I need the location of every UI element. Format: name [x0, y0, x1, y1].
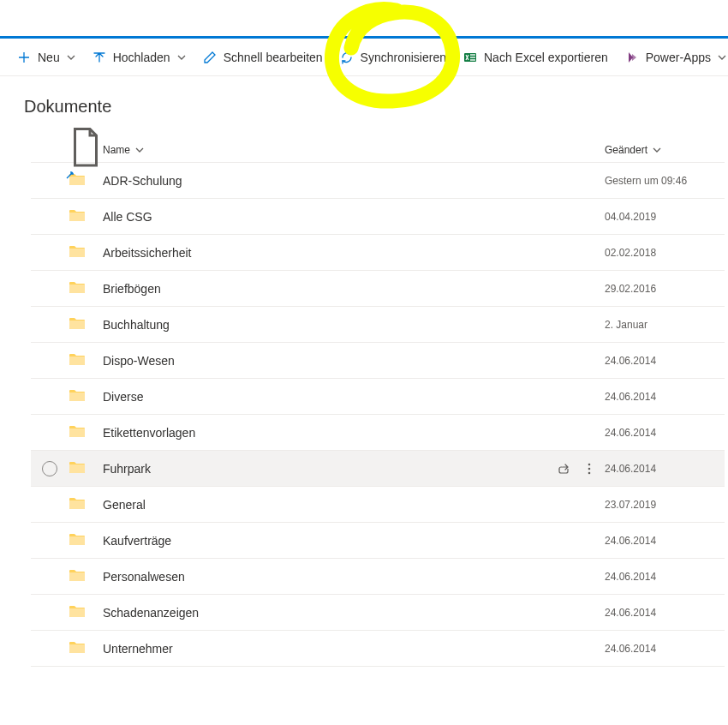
- modified-date: 24.06.2014: [605, 535, 725, 547]
- sync-button[interactable]: Synchronisieren: [333, 45, 453, 69]
- svg-rect-3: [470, 59, 475, 61]
- sync-label: Synchronisieren: [361, 51, 446, 64]
- folder-name[interactable]: Fuhrpark: [103, 462, 553, 476]
- modified-column-header[interactable]: Geändert: [605, 144, 725, 156]
- list-header-row: Name Geändert: [31, 127, 725, 163]
- folder-icon: [69, 535, 86, 548]
- folder-icon: [69, 463, 86, 476]
- chevron-down-icon: [718, 53, 726, 62]
- quick-edit-label: Schnell bearbeiten: [224, 51, 323, 64]
- modified-date: Gestern um 09:46: [605, 175, 725, 187]
- folder-icon: [69, 607, 86, 620]
- modified-date: 02.02.2018: [605, 247, 725, 259]
- chevron-down-icon: [135, 146, 144, 154]
- modified-date: 2. Januar: [605, 319, 725, 331]
- list-row[interactable]: Kaufverträge 24.06.2014: [31, 523, 725, 559]
- folder-icon: [69, 175, 86, 189]
- export-excel-label: Nach Excel exportieren: [484, 51, 608, 64]
- folder-icon: [69, 211, 86, 225]
- modified-date: 24.06.2014: [605, 643, 725, 655]
- list-row[interactable]: Briefbögen 29.02.2016: [31, 271, 725, 307]
- list-row[interactable]: Etikettenvorlagen 24.06.2014: [31, 415, 725, 451]
- folder-icon: [69, 391, 86, 404]
- folder-name[interactable]: Kaufverträge: [103, 534, 553, 548]
- svg-rect-2: [470, 57, 475, 58]
- folder-icon: [69, 355, 86, 368]
- folder-icon: [69, 247, 86, 261]
- folder-name[interactable]: Alle CSG: [103, 210, 553, 224]
- modified-date: 29.02.2016: [605, 283, 725, 295]
- upload-icon: [92, 51, 106, 64]
- new-label: Neu: [38, 51, 60, 64]
- modified-date: 24.06.2014: [605, 463, 725, 475]
- list-row[interactable]: Personalwesen 24.06.2014: [31, 559, 725, 595]
- folder-name[interactable]: Arbeitssicherheit: [103, 246, 553, 260]
- modified-date: 24.06.2014: [605, 427, 725, 439]
- chevron-down-icon: [653, 146, 661, 154]
- modified-date: 23.07.2019: [605, 499, 725, 511]
- chevron-down-icon: [67, 53, 75, 62]
- folder-name[interactable]: Dispo-Wesen: [103, 354, 553, 368]
- folder-name[interactable]: General: [103, 498, 553, 512]
- list-row[interactable]: Diverse 24.06.2014: [31, 379, 725, 415]
- svg-rect-1: [470, 54, 475, 56]
- export-excel-button[interactable]: Nach Excel exportieren: [456, 45, 615, 69]
- list-row[interactable]: Schadenanzeigen 24.06.2014: [31, 595, 725, 631]
- list-row[interactable]: Alle CSG 04.04.2019: [31, 199, 725, 235]
- share-icon[interactable]: [557, 462, 570, 476]
- power-apps-label: Power-Apps: [646, 51, 711, 64]
- sync-icon: [340, 51, 354, 64]
- more-icon[interactable]: [582, 462, 596, 476]
- list-row[interactable]: Arbeitssicherheit 02.02.2018: [31, 235, 725, 271]
- modified-date: 24.06.2014: [605, 391, 725, 403]
- modified-date: 04.04.2019: [605, 211, 725, 223]
- folder-name[interactable]: Briefbögen: [103, 282, 553, 296]
- folder-name[interactable]: Etikettenvorlagen: [103, 426, 553, 440]
- quick-edit-button[interactable]: Schnell bearbeiten: [196, 45, 330, 69]
- page-title: Dokumente: [0, 76, 728, 127]
- new-button[interactable]: Neu: [10, 45, 82, 69]
- list-row[interactable]: Unternehmer 24.06.2014: [31, 631, 725, 667]
- select-circle[interactable]: [42, 461, 57, 476]
- upload-label: Hochladen: [113, 51, 170, 64]
- folder-name[interactable]: ADR-Schulung: [103, 174, 553, 188]
- modified-column-label: Geändert: [605, 144, 647, 156]
- folder-icon: [69, 427, 86, 440]
- name-column-header[interactable]: Name: [103, 144, 553, 156]
- svg-point-28: [588, 463, 591, 465]
- folder-name[interactable]: Buchhaltung: [103, 318, 553, 332]
- modified-date: 24.06.2014: [605, 355, 725, 367]
- shortcut-badge: [66, 171, 75, 181]
- svg-point-29: [588, 467, 591, 470]
- list-row[interactable]: General 23.07.2019: [31, 487, 725, 523]
- power-apps-button[interactable]: Power-Apps: [618, 45, 728, 69]
- document-list: Name Geändert ADR-Schulung: [0, 127, 728, 667]
- folder-icon: [69, 283, 86, 297]
- list-row[interactable]: Dispo-Wesen 24.06.2014: [31, 343, 725, 379]
- upload-button[interactable]: Hochladen: [86, 45, 193, 69]
- list-row[interactable]: Fuhrpark 24.06.2014: [31, 451, 725, 487]
- modified-date: 24.06.2014: [605, 571, 725, 583]
- pencil-icon: [203, 51, 217, 64]
- list-row[interactable]: Buchhaltung 2. Januar: [31, 307, 725, 343]
- folder-icon: [69, 571, 86, 584]
- folder-icon: [69, 319, 86, 333]
- name-column-label: Name: [103, 144, 130, 156]
- svg-point-30: [588, 471, 591, 474]
- folder-name[interactable]: Diverse: [103, 390, 553, 404]
- plus-icon: [17, 51, 31, 64]
- folder-icon: [69, 643, 86, 656]
- command-bar: Neu Hochladen Schnell bearbeiten Synchro…: [0, 39, 728, 76]
- folder-name[interactable]: Unternehmer: [103, 642, 553, 656]
- excel-icon: [463, 51, 477, 64]
- list-row[interactable]: ADR-Schulung Gestern um 09:46: [31, 163, 725, 199]
- modified-date: 24.06.2014: [605, 607, 725, 619]
- power-apps-icon: [625, 51, 639, 64]
- chevron-down-icon: [177, 53, 186, 62]
- folder-name[interactable]: Personalwesen: [103, 570, 553, 584]
- folder-icon: [69, 499, 86, 512]
- folder-name[interactable]: Schadenanzeigen: [103, 606, 553, 620]
